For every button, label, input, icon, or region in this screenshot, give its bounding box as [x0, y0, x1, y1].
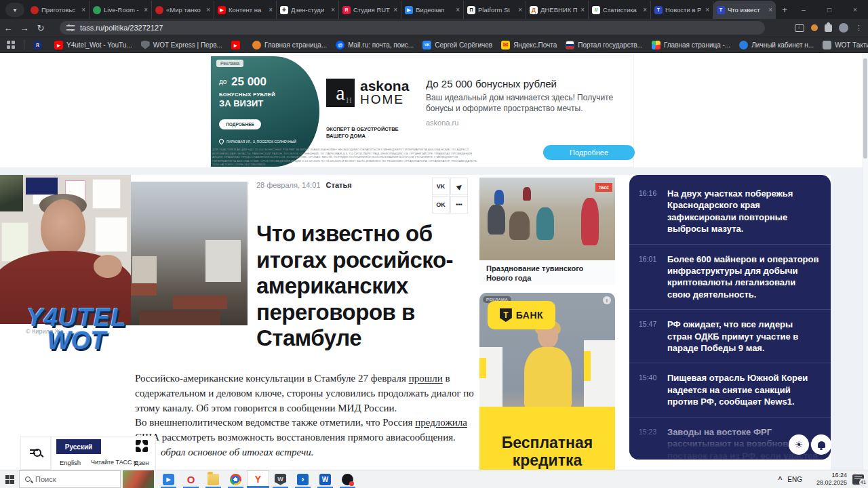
tray-chevron-icon[interactable]: ^: [778, 476, 782, 483]
site-settings-icon[interactable]: [66, 25, 75, 30]
tab-close-icon[interactable]: ×: [768, 6, 772, 14]
video-card[interactable]: тасс Празднование тувинского Нового года: [479, 178, 615, 285]
browser-tab[interactable]: Live-Room - ×: [90, 1, 152, 19]
news-widget-thumbnail[interactable]: [123, 470, 154, 488]
taskbar-app[interactable]: W: [314, 470, 336, 488]
screen: ▾ Приготовьс × Live-Room - × «Мир та: [0, 0, 868, 488]
bookmark-item[interactable]: ▶: [231, 41, 243, 49]
tab-close-icon[interactable]: ×: [393, 6, 397, 14]
dzen-icon[interactable]: [136, 440, 151, 455]
url-field[interactable]: tass.ru/politika/23272127: [60, 21, 765, 35]
tab-close-icon[interactable]: ×: [144, 6, 148, 14]
tab-close-icon[interactable]: ×: [518, 6, 522, 14]
ad-cta-button[interactable]: Подробнее: [543, 145, 635, 160]
browser-tab[interactable]: // Статистика ×: [589, 1, 651, 19]
tab-close-icon[interactable]: ×: [643, 6, 647, 14]
browser-tab[interactable]: Т Новости в Р ×: [651, 1, 713, 19]
browser-tab[interactable]: ▶ Контент на ×: [214, 1, 277, 19]
share-vk-button[interactable]: VK: [432, 178, 450, 195]
browser-tab[interactable]: R Студия RUT ×: [339, 1, 401, 19]
askona-sub-brand: HOME: [360, 93, 409, 106]
notifications-button[interactable]: [811, 434, 831, 455]
browser-tab[interactable]: Т Что извест ×: [713, 1, 776, 19]
tbank-ad[interactable]: РЕКЛАМА i Т БАНК Бесплатная кредитка: [479, 293, 615, 470]
tab-close-icon[interactable]: ×: [81, 6, 85, 14]
install-app-icon[interactable]: [795, 24, 804, 32]
video-caption: Празднование тувинского Нового года: [479, 260, 615, 285]
share-telegram-button[interactable]: ▶: [450, 178, 468, 195]
taskbar-app[interactable]: W: [269, 470, 292, 488]
bookmark-item[interactable]: WOT Тактика: [823, 41, 868, 49]
bookmark-item[interactable]: Главная страница...: [252, 41, 327, 49]
start-button[interactable]: [5, 475, 14, 484]
askona-ad-banner[interactable]: Реклама до 25 000 БОНУСНЫХ РУБЛЕЙ ЗА ВИЗ…: [210, 56, 634, 167]
tab-search-button[interactable]: ▾: [5, 3, 24, 17]
browser-tab[interactable]: Приготовьс ×: [27, 1, 90, 19]
news-time: 15:40: [639, 372, 660, 407]
language-option-english[interactable]: English: [60, 459, 81, 466]
tab-close-icon[interactable]: ×: [206, 6, 210, 14]
keyboard-language[interactable]: ENG: [787, 476, 802, 483]
tab-close-icon[interactable]: ×: [331, 6, 335, 14]
news-feed-item[interactable]: 16:01 Более 600 майнеров и операторов ин…: [629, 245, 831, 310]
extensions-puzzle-icon[interactable]: [825, 24, 832, 32]
share-more-button[interactable]: •••: [450, 196, 468, 214]
windows-search-box[interactable]: Поиск: [19, 470, 121, 488]
taskbar-app[interactable]: ›: [292, 470, 314, 488]
browser-tab[interactable]: + Дзен-студи ×: [277, 1, 339, 19]
reload-button[interactable]: ↻: [33, 23, 49, 33]
language-option-russian[interactable]: Русский: [56, 439, 101, 454]
promo-button[interactable]: ПОДРОБНЕЕ: [219, 119, 261, 129]
news-feed-item[interactable]: 16:16 На двух участках побережья Краснод…: [629, 179, 831, 245]
bookmark-item[interactable]: @ Mail.ru: почта, поис...: [336, 41, 414, 49]
tab-close-icon[interactable]: ×: [580, 6, 585, 14]
new-tab-button[interactable]: +: [777, 3, 792, 16]
bookmark-item[interactable]: VK Сергей Серёгичев: [422, 41, 492, 49]
news-feed-panel: 16:16 На двух участках побережья Краснод…: [629, 175, 831, 460]
article-link[interactable]: прошли: [409, 373, 443, 384]
news-feed-item[interactable]: 15:40 Пищевая отрасль Южной Кореи надеет…: [629, 363, 831, 417]
taskbar-app[interactable]: ▶: [157, 470, 180, 488]
back-button[interactable]: ←: [0, 23, 16, 33]
action-center-icon[interactable]: 41: [852, 474, 864, 485]
bookmark-item[interactable]: Главная страница -...: [652, 41, 730, 49]
profile-avatar[interactable]: [839, 23, 848, 33]
browser-tab[interactable]: Д ДНЕВНИК П ×: [526, 1, 589, 19]
window-close-button[interactable]: ×: [842, 0, 868, 19]
taskbar-app[interactable]: Y: [247, 470, 269, 488]
bookmark-item[interactable]: ▶ Y4utel_Wot - YouTu...: [54, 41, 132, 49]
bookmark-item[interactable]: ✉ Яндекс.Почта: [501, 41, 557, 49]
theme-toggle-button[interactable]: ☀: [789, 434, 809, 455]
window-minimize-button[interactable]: –: [791, 0, 816, 19]
news-text: Пищевая отрасль Южной Кореи надеется на …: [667, 372, 820, 407]
taskbar-app[interactable]: [224, 470, 247, 488]
browser-tab[interactable]: ▶ Видеозап ×: [401, 1, 464, 19]
taskbar-app[interactable]: [336, 470, 359, 488]
tab-close-icon[interactable]: ×: [269, 6, 273, 14]
browser-tab[interactable]: «Мир танко ×: [152, 1, 214, 19]
share-ok-button[interactable]: OK: [432, 196, 450, 214]
bookmark-item[interactable]: Личный кабинет н...: [739, 41, 814, 49]
person-face: [41, 199, 85, 256]
bookmark-item[interactable]: R: [33, 41, 45, 49]
article-link[interactable]: предложила: [415, 417, 467, 428]
apps-grid-icon[interactable]: [7, 41, 15, 49]
site-search-button[interactable]: [20, 436, 51, 470]
news-feed-item[interactable]: 15:47 РФ ожидает, что все лидеры стран О…: [629, 310, 831, 363]
tab-close-icon[interactable]: ×: [705, 6, 709, 14]
window-maximize-button[interactable]: □: [816, 0, 842, 19]
photo-roof: [139, 310, 220, 325]
tab-close-icon[interactable]: ×: [456, 6, 460, 14]
bookmark-item[interactable]: Портал государств...: [566, 41, 643, 49]
taskbar-clock[interactable]: 16:24 28.02.2025: [808, 472, 847, 487]
forward-button[interactable]: →: [16, 23, 33, 33]
scrollbar-thumb[interactable]: [863, 58, 867, 159]
taskbar-app[interactable]: O: [180, 470, 202, 488]
extension-icon[interactable]: [811, 24, 818, 31]
bookmark-item[interactable]: WOT Express | Перв...: [141, 41, 222, 49]
taskbar-app-icon: ›: [297, 474, 309, 485]
taskbar-app[interactable]: [202, 470, 224, 488]
browser-tab[interactable]: П Platform St ×: [464, 1, 526, 19]
ad-info-icon[interactable]: i: [603, 296, 611, 304]
browser-menu-icon[interactable]: ⋮: [855, 24, 863, 33]
